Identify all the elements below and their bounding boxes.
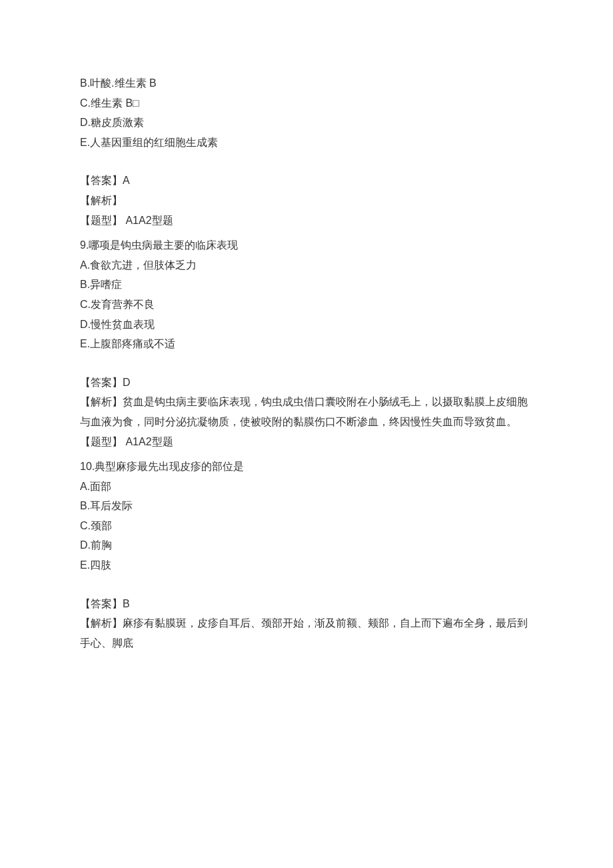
analysis-label: 【解析】 bbox=[80, 195, 123, 206]
q8-answer-line: 【答案】A bbox=[80, 171, 533, 191]
type-label: 【题型】 bbox=[80, 436, 123, 447]
q9-type-value: A1A2型题 bbox=[123, 436, 173, 447]
q8-fragment: B.叶酸.维生素 B C.维生素 B□ D.糖皮质激素 E.人基因重组的红细胞生… bbox=[80, 73, 533, 152]
q8-type-value: A1A2型题 bbox=[123, 215, 173, 226]
q9-analysis-value: 贫血是钩虫病主要临床表现，钩虫成虫借口囊咬附在小肠绒毛上，以摄取黏膜上皮细胞与血… bbox=[80, 396, 528, 427]
q8-option-e: E.人基因重组的红细胞生成素 bbox=[80, 133, 533, 153]
analysis-label: 【解析】 bbox=[80, 396, 123, 407]
q10-option-a: A.面部 bbox=[80, 477, 533, 497]
q9-stem: 9.哪项是钩虫病最主要的临床表现 bbox=[80, 235, 533, 255]
q10-answer-block: 【答案】B 【解析】麻疹有黏膜斑，皮疹自耳后、颈部开始，渐及前额、颊部，自上而下… bbox=[80, 594, 533, 653]
q10-answer-line: 【答案】B bbox=[80, 594, 533, 614]
q10-answer-value: B bbox=[123, 598, 130, 609]
q8-option-d: D.糖皮质激素 bbox=[80, 113, 533, 133]
q9-block: 9.哪项是钩虫病最主要的临床表现 A.食欲亢进，但肢体乏力 B.异嗜症 C.发育… bbox=[80, 235, 533, 354]
q9-option-b: B.异嗜症 bbox=[80, 275, 533, 295]
answer-label: 【答案】 bbox=[80, 377, 123, 388]
q8-type-line: 【题型】 A1A2型题 bbox=[80, 211, 533, 231]
q10-option-d: D.前胸 bbox=[80, 535, 533, 555]
q9-analysis-line: 【解析】贫血是钩虫病主要临床表现，钩虫成虫借口囊咬附在小肠绒毛上，以摄取黏膜上皮… bbox=[80, 392, 533, 431]
q9-type-line: 【题型】 A1A2型题 bbox=[80, 432, 533, 452]
q9-answer-block: 【答案】D 【解析】贫血是钩虫病主要临床表现，钩虫成虫借口囊咬附在小肠绒毛上，以… bbox=[80, 373, 533, 451]
q8-answer-value: A bbox=[123, 175, 130, 186]
q9-answer-line: 【答案】D bbox=[80, 373, 533, 393]
q10-block: 10.典型麻疹最先出现皮疹的部位是 A.面部 B.耳后发际 C.颈部 D.前胸 … bbox=[80, 457, 533, 575]
q9-option-c: C.发育营养不良 bbox=[80, 295, 533, 315]
q9-option-e: E.上腹部疼痛或不适 bbox=[80, 334, 533, 354]
q8-analysis-line: 【解析】 bbox=[80, 191, 533, 211]
q9-option-d: D.慢性贫血表现 bbox=[80, 315, 533, 335]
q8-option-c: C.维生素 B□ bbox=[80, 93, 533, 113]
q10-option-e: E.四肢 bbox=[80, 555, 533, 575]
q8-answer-block: 【答案】A 【解析】 【题型】 A1A2型题 bbox=[80, 171, 533, 230]
q9-option-a: A.食欲亢进，但肢体乏力 bbox=[80, 255, 533, 275]
type-label: 【题型】 bbox=[80, 215, 123, 226]
q8-option-b: B.叶酸.维生素 B bbox=[80, 73, 533, 93]
q10-stem: 10.典型麻疹最先出现皮疹的部位是 bbox=[80, 457, 533, 477]
q10-option-b: B.耳后发际 bbox=[80, 496, 533, 516]
q10-option-c: C.颈部 bbox=[80, 516, 533, 536]
q10-analysis-value: 麻疹有黏膜斑，皮疹自耳后、颈部开始，渐及前额、颊部，自上而下遍布全身，最后到手心… bbox=[80, 617, 528, 649]
answer-label: 【答案】 bbox=[80, 175, 123, 186]
analysis-label: 【解析】 bbox=[80, 617, 123, 629]
answer-label: 【答案】 bbox=[80, 598, 123, 609]
q9-answer-value: D bbox=[123, 377, 131, 388]
q10-analysis-line: 【解析】麻疹有黏膜斑，皮疹自耳后、颈部开始，渐及前额、颊部，自上而下遍布全身，最… bbox=[80, 613, 533, 653]
